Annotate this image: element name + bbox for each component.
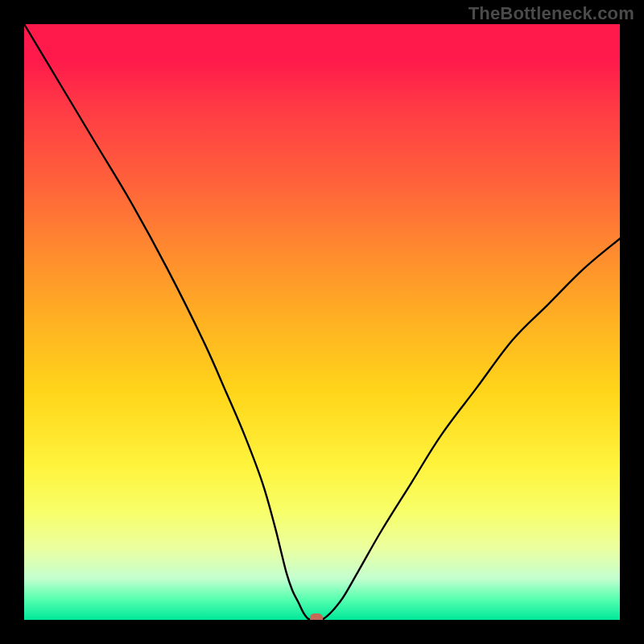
chart-stage: TheBottleneck.com: [0, 0, 644, 644]
min-marker: [310, 613, 323, 620]
plot-area: [24, 24, 620, 620]
curve-svg: [24, 24, 620, 620]
bottleneck-curve: [24, 24, 620, 620]
watermark-text: TheBottleneck.com: [469, 3, 634, 24]
